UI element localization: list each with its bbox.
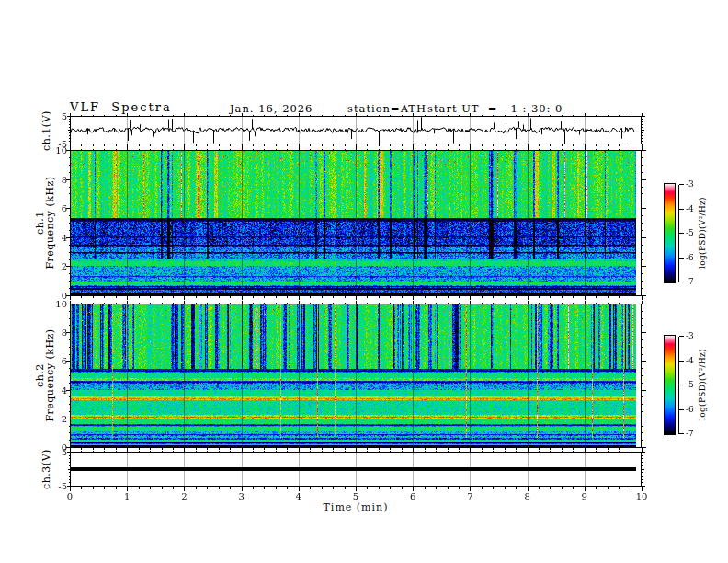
colorbar-tick-label: -6 [686,405,694,415]
time-tick-label: 9 [571,491,598,501]
ch2-frequency-axis-label: Frequency (kHz) [45,328,55,421]
vlf-spectra-figure: VLF Spectra Jan. 16, 2026 station=ATH st… [0,0,728,563]
time-tick-label: 5 [342,491,370,501]
figure-title: VLF Spectra [70,100,172,114]
colorbar-tick-label: -6 [686,253,694,263]
ch2-spectrogram-ylabel: ch.2 Frequency (kHz) [35,328,55,421]
ch1-spectrogram-ylabel: ch.1 Frequency (kHz) [35,176,55,269]
time-tick-label: 6 [399,491,427,501]
time-axis-label: Time (min) [310,502,402,512]
colorbar-tick-label: -5 [686,228,694,238]
colorbar-tick-label: -4 [686,204,694,214]
time-tick-label: 10 [628,491,655,501]
colorbar1-label: log(PSD)(V²/Hz) [698,197,708,269]
colorbar-ch2-gradient [665,336,675,434]
colorbar-tick-label: -3 [686,179,694,190]
colorbar-tick-label: -3 [686,331,694,341]
voltage-tick-label: 5 [40,111,67,121]
figure-station: station=ATH [347,102,427,115]
time-tick-label: 8 [514,491,541,501]
frequency-tick-label: 2 [40,414,67,424]
ch1-frequency-axis-label: Frequency (kHz) [45,176,55,269]
ch3-voltage-waveform-canvas [70,452,642,487]
frequency-tick-label: 10 [40,299,67,309]
frequency-tick-label: 8 [40,175,67,185]
time-tick-label: 2 [170,491,198,501]
time-tick-label: 1 [113,491,141,501]
frequency-tick-label: 4 [40,385,67,396]
ch1-spectrogram-canvas [70,150,642,296]
frequency-tick-label: 8 [40,327,67,338]
colorbar2-label: log(PSD)(V²/Hz) [698,349,708,420]
frequency-tick-label: 4 [40,233,67,243]
frequency-tick-label: 6 [40,203,67,213]
frequency-tick-label: 6 [40,356,67,366]
voltage-tick-label: -5 [40,481,67,491]
colorbar-ch1-gradient [665,184,675,282]
time-tick-label: 3 [228,491,256,501]
figure-start-ut: start UT = 1 : 30: 0 [427,102,563,115]
ch2-spectrogram-canvas [70,304,642,448]
frequency-tick-label: 2 [40,261,67,271]
voltage-tick-label: -5 [40,139,67,149]
figure-date: Jan. 16, 2026 [230,102,313,115]
colorbar-tick-label: -5 [686,380,694,390]
ch1-voltage-waveform-canvas [70,116,642,144]
colorbar-tick-label: -7 [686,277,694,287]
time-tick-label: 7 [456,491,483,501]
colorbar-tick-label: -7 [686,429,694,439]
time-tick-label: 4 [285,491,313,501]
time-tick-label: 0 [56,491,84,501]
voltage-tick-label: 5 [40,447,67,457]
colorbar-tick-label: -4 [686,356,694,366]
